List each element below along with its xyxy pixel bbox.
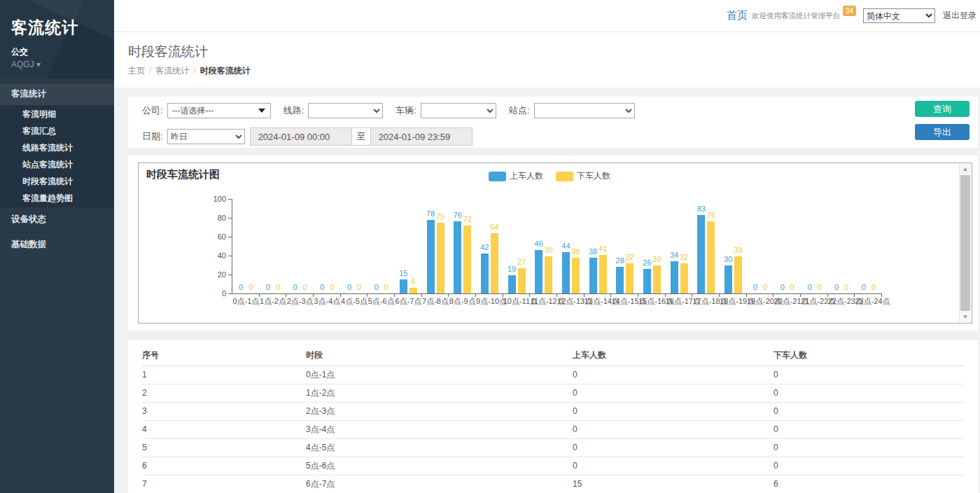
- line-select[interactable]: [308, 103, 383, 118]
- bar-value-label: 0: [276, 283, 280, 291]
- logo-area: 客流统计 公交 AQGJ ▾: [0, 0, 114, 78]
- x-tick-label: 19点-20点: [747, 296, 774, 307]
- bar-up-11: 46: [535, 250, 542, 293]
- scrollbar-down-arrow[interactable]: ▼: [960, 312, 971, 322]
- table-header-0: 序号: [142, 345, 306, 366]
- bar-value-label: 0: [780, 283, 785, 291]
- table-cell: 6: [142, 457, 306, 475]
- table-row: 32点-3点00: [142, 403, 964, 421]
- sidebar-item-5[interactable]: 时段客流统计: [0, 173, 114, 190]
- sidebar-item-1[interactable]: 客流明细: [0, 106, 114, 123]
- sidebar-item-0[interactable]: 客流统计: [0, 83, 114, 105]
- chart-category-7: 78757点-8点: [422, 199, 449, 293]
- sidebar-item-7[interactable]: 设备状态: [0, 207, 114, 232]
- chart-category-20: 0020点-21点: [774, 199, 801, 293]
- vehicle-label: 车辆:: [396, 104, 416, 117]
- bar-up-17: 83: [697, 215, 705, 293]
- sub-org-dropdown[interactable]: AQGJ ▾: [11, 60, 103, 69]
- table-cell: 0: [774, 384, 964, 403]
- bar-value-label: 32: [626, 253, 634, 261]
- breadcrumb-section[interactable]: 客流统计: [155, 66, 189, 76]
- table-cell: 3点-4点: [306, 421, 573, 439]
- vehicle-select[interactable]: [421, 103, 496, 118]
- sidebar-item-6[interactable]: 客流量趋势图: [0, 190, 114, 207]
- sidebar-item-3[interactable]: 线路客流统计: [0, 139, 114, 156]
- table-cell: 0: [573, 403, 774, 421]
- logout-link[interactable]: 退出登录: [943, 10, 976, 22]
- chart-plot-area: 000点-1点001点-2点002点-3点003点-4点004点-5点005点-…: [232, 199, 882, 293]
- bar-down-7: 75: [437, 223, 444, 293]
- data-table: 序号时段上车人数下车人数 10点-1点0021点-2点0032点-3点0043点…: [142, 345, 964, 493]
- bar-value-label: 39: [545, 246, 553, 254]
- table-cell: 0: [774, 403, 964, 421]
- legend-item-1[interactable]: 下车人数: [556, 170, 610, 182]
- table-cell: 7: [142, 475, 306, 493]
- x-tick-label: 6点-7点: [395, 296, 422, 307]
- chart-category-23: 0023点-24点: [855, 199, 882, 293]
- notification-badge[interactable]: 34: [843, 6, 856, 16]
- data-table-card: 序号时段上车人数下车人数 10点-1点0021点-2点0032点-3点0043点…: [128, 340, 978, 493]
- content: 公司: ---请选择--- 线路: 车辆: 站点: 日期: 昨日 2024-01…: [114, 88, 980, 493]
- legend-item-0[interactable]: 上车人数: [489, 170, 543, 182]
- chart-category-15: 263015点-16点: [638, 199, 666, 293]
- y-tick-label: 20: [205, 270, 226, 279]
- sidebar-item-2[interactable]: 客流汇总: [0, 123, 114, 139]
- station-label: 站点:: [509, 104, 530, 117]
- table-row: 65点-6点00: [142, 457, 964, 475]
- bar-up-13: 38: [589, 258, 597, 293]
- chart-scrollbar[interactable]: ▲ ▼: [959, 164, 971, 322]
- app-logo: 客流统计: [11, 17, 103, 39]
- home-link[interactable]: 首页: [727, 9, 748, 22]
- table-cell: 3: [142, 403, 306, 421]
- bar-value-label: 46: [535, 239, 543, 248]
- chart-card: 时段车流统计图 上车人数下车人数 020406080100 000点-1点001…: [128, 155, 978, 331]
- table-cell: 0: [774, 421, 964, 439]
- table-cell: 0: [573, 366, 774, 384]
- x-tick-label: 2点-3点: [286, 296, 314, 307]
- station-select[interactable]: [534, 103, 635, 118]
- scrollbar-thumb[interactable]: [960, 175, 970, 311]
- export-button[interactable]: 导出: [915, 124, 969, 140]
- date-from-input[interactable]: 2024-01-09 00:00: [250, 127, 352, 146]
- bar-value-label: 0: [330, 283, 334, 291]
- sidebar-item-8[interactable]: 基础数据: [0, 232, 114, 257]
- bar-value-label: 19: [507, 265, 516, 273]
- chart-category-11: 463911点-12点: [530, 199, 557, 293]
- bar-value-label: 32: [680, 253, 688, 261]
- x-tick-label: 9点-10点: [476, 296, 503, 307]
- table-cell: 5点-6点: [306, 457, 573, 475]
- bar-value-label: 26: [643, 258, 651, 267]
- query-button[interactable]: 查询: [915, 101, 969, 117]
- bar-value-label: 64: [490, 223, 498, 231]
- date-to-label: 至: [351, 127, 371, 146]
- line-label: 线路:: [284, 104, 304, 117]
- table-cell: 4点-5点: [306, 439, 573, 457]
- company-select[interactable]: ---请选择---: [167, 103, 271, 118]
- legend-swatch-icon: [556, 172, 573, 181]
- chart-category-18: 303918点-19点: [720, 199, 747, 293]
- bar-value-label: 0: [807, 283, 811, 291]
- table-cell: 0: [774, 439, 964, 457]
- breadcrumb-home[interactable]: 主页: [128, 66, 145, 76]
- sidebar-item-4[interactable]: 站点客流统计: [0, 156, 114, 173]
- chart-category-9: 42649点-10点: [476, 199, 503, 293]
- bar-value-label: 72: [463, 215, 472, 223]
- y-tick-label: 40: [205, 251, 226, 260]
- table-cell: 0: [573, 421, 774, 439]
- chart-category-1: 001点-2点: [260, 199, 287, 293]
- bar-value-label: 0: [357, 283, 361, 291]
- x-tick-label: 8点-9点: [449, 296, 476, 307]
- bar-down-14: 32: [626, 263, 634, 293]
- date-preset-select[interactable]: 昨日: [167, 129, 245, 144]
- bar-up-7: 78: [427, 220, 435, 293]
- bar-value-label: 0: [347, 283, 351, 291]
- x-tick-label: 17点-18点: [692, 296, 720, 307]
- bar-value-label: 0: [374, 283, 379, 291]
- bar-value-label: 83: [697, 204, 706, 213]
- bar-value-label: 30: [652, 255, 661, 263]
- language-select[interactable]: 简体中文: [863, 8, 935, 23]
- scrollbar-up-arrow[interactable]: ▲: [960, 164, 971, 174]
- date-to-input[interactable]: 2024-01-09 23:59: [370, 127, 472, 146]
- bar-value-label: 0: [817, 283, 821, 291]
- table-cell: 6点-7点: [306, 475, 573, 493]
